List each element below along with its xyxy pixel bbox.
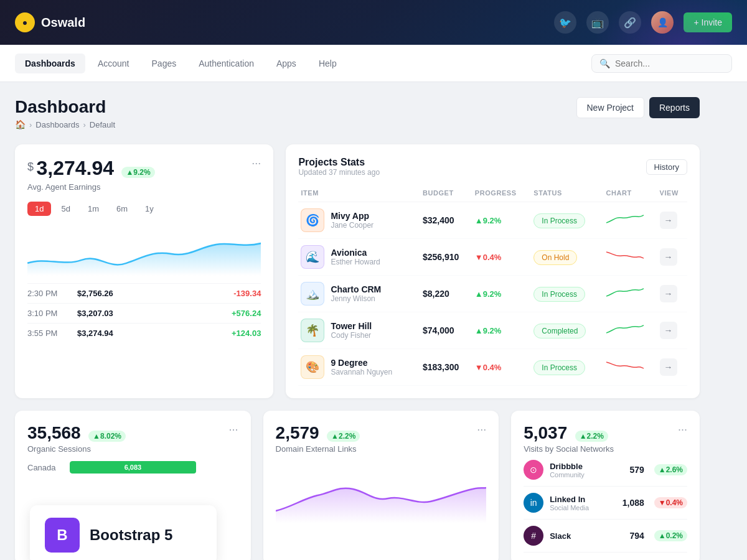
page-title: Dashboard (15, 97, 115, 117)
earnings-label: Avg. Agent Earnings (27, 182, 155, 192)
top-cards-grid: $ 3,274.94 ▲9.2% Avg. Agent Earnings ···… (15, 144, 700, 398)
social-networks-card: 5,037 ▲2.2% Visits by Social Networks ··… (511, 411, 700, 560)
slack-icon: # (524, 526, 543, 546)
row-change: -139.34 (233, 289, 261, 298)
geo-bar-container: 6,083 (70, 461, 238, 474)
row-amount: $3,274.94 (77, 329, 232, 338)
dribbble-name: Dribbble (550, 462, 585, 471)
view-btn[interactable]: → (660, 358, 677, 376)
linkedin-count: 1,088 (622, 498, 644, 508)
organic-sessions-card: 35,568 ▲8.02% Organic Sessions ··· Canad… (15, 411, 251, 560)
linkedin-name: Linked In (550, 495, 589, 504)
filter-6m[interactable]: 6m (109, 202, 135, 216)
breadcrumb-dashboards[interactable]: Dashboards (35, 120, 79, 129)
row-change: +576.24 (232, 309, 261, 318)
earnings-more-btn[interactable]: ··· (251, 157, 261, 170)
view-btn[interactable]: → (660, 285, 677, 302)
social-row: ⊙ Dribbble Community 579 ▲2.6% (524, 454, 687, 487)
organic-number: 35,568 (27, 423, 81, 442)
table-row: 🌊 Avionica Esther Howard $256,910 ▼0.4% … (298, 239, 687, 276)
social-number: 5,037 (524, 423, 567, 442)
view-btn[interactable]: → (660, 322, 677, 339)
social-more-btn[interactable]: ··· (678, 423, 687, 436)
social-label: Visits by Social Networks (524, 444, 614, 454)
nav-authentication[interactable]: Authentication (189, 54, 264, 73)
col-chart: CHART (604, 184, 657, 202)
domain-number: 2,579 (276, 423, 319, 442)
nav-account[interactable]: Account (88, 54, 139, 73)
earnings-chart (27, 226, 261, 276)
domain-badge: ▲2.2% (327, 431, 360, 442)
slack-count: 794 (629, 531, 644, 541)
earnings-row: 3:10 PM $3,207.03 +576.24 (27, 303, 261, 323)
share-icon-btn[interactable]: 🔗 (619, 11, 641, 34)
row-amount: $2,756.26 (77, 289, 233, 298)
nav-dashboards[interactable]: Dashboards (15, 54, 85, 73)
nav-actions: 🐦 📺 🔗 👤 + Invite (554, 11, 732, 34)
breadcrumb: 🏠 › Dashboards › Default (15, 119, 115, 129)
linkedin-icon: in (524, 493, 543, 513)
nav-apps[interactable]: Apps (266, 54, 306, 73)
organic-label: Organic Sessions (27, 444, 126, 454)
table-row: 🎨 9 Degree Savannah Nguyen $183,300 ▼0.4… (298, 349, 687, 386)
geo-name: Canada (27, 463, 65, 472)
earnings-rows: 2:30 PM $2,756.26 -139.34 3:10 PM $3,207… (27, 283, 261, 343)
domain-more-btn[interactable]: ··· (477, 423, 486, 436)
avatar[interactable]: 👤 (651, 11, 674, 34)
earnings-row: 2:30 PM $2,756.26 -139.34 (27, 283, 261, 303)
bootstrap-text: Bootstrap 5 (90, 526, 172, 544)
top-navbar: ● Oswald 🐦 📺 🔗 👤 + Invite (0, 0, 747, 45)
row-time: 2:30 PM (27, 289, 77, 298)
search-box[interactable]: 🔍 (591, 54, 732, 73)
filter-1d[interactable]: 1d (27, 202, 51, 216)
filter-1y[interactable]: 1y (138, 202, 161, 216)
filter-5d[interactable]: 5d (54, 202, 77, 216)
social-rows: ⊙ Dribbble Community 579 ▲2.6% in Linked… (524, 454, 687, 553)
logo-area: ● Oswald (15, 12, 554, 32)
search-input[interactable] (615, 58, 724, 68)
dribbble-change: ▲2.6% (654, 464, 687, 475)
row-change: +124.03 (232, 329, 261, 338)
bottom-cards-grid: 35,568 ▲8.02% Organic Sessions ··· Canad… (15, 411, 700, 560)
social-badge: ▲2.2% (575, 431, 608, 442)
time-filters: 1d 5d 1m 6m 1y (27, 202, 261, 216)
projects-stats-card: Projects Stats Updated 37 minutes ago Hi… (286, 144, 700, 398)
earnings-row: 3:55 PM $3,274.94 +124.03 (27, 323, 261, 343)
social-row: # Slack 794 ▲0.2% (524, 520, 687, 553)
earnings-badge: ▲9.2% (121, 167, 154, 178)
table-row: 🏔️ Charto CRM Jenny Wilson $8,220 ▲9.2% … (298, 276, 687, 312)
col-progress: PROGRESS (472, 184, 531, 202)
page-header: Dashboard 🏠 › Dashboards › Default New P… (15, 97, 700, 129)
row-amount: $3,207.03 (77, 309, 232, 318)
secondary-navbar: Dashboards Account Pages Authentication … (0, 45, 747, 82)
earnings-amount: 3,274.94 (36, 157, 114, 179)
history-button[interactable]: History (646, 159, 687, 175)
earnings-dollar: $ (27, 161, 34, 174)
dribbble-type: Community (550, 471, 585, 478)
monitor-icon-btn[interactable]: 📺 (586, 11, 609, 34)
view-btn[interactable]: → (660, 212, 677, 229)
dribbble-count: 579 (629, 465, 644, 475)
reports-button[interactable]: Reports (649, 97, 700, 118)
search-icon: 🔍 (599, 58, 610, 68)
domain-label: Domain External Links (276, 444, 360, 454)
projects-updated: Updated 37 minutes ago (298, 168, 380, 177)
bootstrap-icon: B (45, 518, 80, 553)
bootstrap-overlay: B Bootstrap 5 (30, 505, 217, 560)
slack-name: Slack (550, 531, 571, 541)
nav-pages[interactable]: Pages (142, 54, 187, 73)
new-project-button[interactable]: New Project (576, 97, 644, 118)
invite-button[interactable]: + Invite (684, 12, 732, 32)
linkedin-change: ▼0.4% (654, 497, 687, 508)
projects-table: ITEM BUDGET PROGRESS STATUS CHART VIEW 🌀… (298, 184, 687, 386)
bird-icon-btn[interactable]: 🐦 (554, 11, 576, 34)
row-time: 3:55 PM (27, 329, 77, 338)
home-icon: 🏠 (15, 119, 26, 129)
domain-links-card: 2,579 ▲2.2% Domain External Links ··· (263, 411, 499, 560)
filter-1m[interactable]: 1m (80, 202, 106, 216)
header-buttons: New Project Reports (576, 97, 700, 118)
view-btn[interactable]: → (660, 248, 677, 266)
col-item: ITEM (298, 184, 420, 202)
organic-more-btn[interactable]: ··· (229, 423, 238, 436)
nav-help[interactable]: Help (309, 54, 347, 73)
